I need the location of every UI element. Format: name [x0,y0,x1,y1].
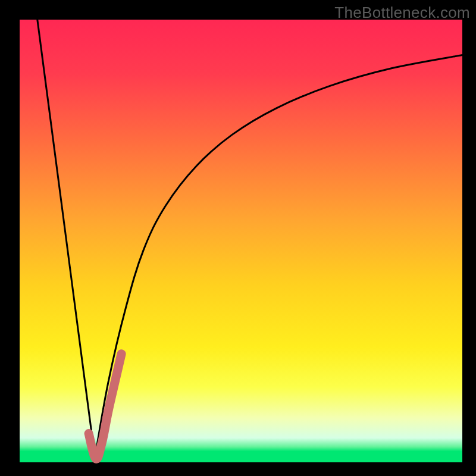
watermark-text: TheBottleneck.com [334,4,470,22]
chart-curves [20,20,462,462]
highlight-segment [89,354,121,459]
right-log-curve [95,55,463,458]
left-descending-line [37,20,95,458]
chart-frame: TheBottleneck.com [0,0,476,476]
